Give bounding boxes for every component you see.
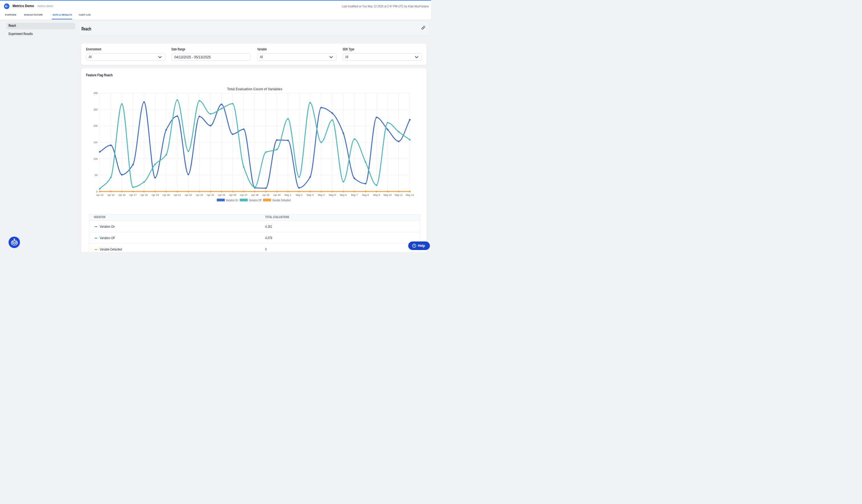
svg-text:Apr 28: Apr 28	[251, 194, 258, 197]
svg-text:May 5: May 5	[329, 194, 336, 197]
svg-text:May 8: May 8	[362, 194, 369, 197]
svg-text:200: 200	[93, 124, 98, 127]
svg-text:250: 250	[93, 108, 98, 111]
svg-text:May 12: May 12	[406, 194, 414, 197]
svg-text:Total Evaluation Count of Vari: Total Evaluation Count of Variables	[227, 87, 282, 91]
svg-text:100: 100	[93, 158, 98, 160]
svg-text:Apr 23: Apr 23	[196, 194, 203, 197]
svg-text:150: 150	[93, 141, 98, 144]
svg-text:Apr 24: Apr 24	[207, 194, 214, 197]
svg-text:Variable Defaulted: Variable Defaulted	[272, 198, 291, 202]
svg-text:Apr 20: Apr 20	[162, 194, 170, 197]
svg-text:Apr 17: Apr 17	[129, 194, 137, 197]
svg-text:Variation Off: Variation Off	[249, 198, 261, 202]
svg-text:Apr 27: Apr 27	[240, 194, 248, 197]
svg-text:Apr 14: Apr 14	[96, 194, 103, 197]
svg-text:May 2: May 2	[296, 194, 302, 197]
svg-text:0: 0	[96, 190, 98, 193]
svg-text:?: ?	[413, 244, 415, 247]
svg-text:Apr 25: Apr 25	[218, 194, 225, 197]
svg-text:300: 300	[93, 92, 98, 94]
svg-text:May 1: May 1	[285, 194, 291, 197]
svg-text:Apr 15: Apr 15	[107, 194, 115, 197]
svg-text:Apr 30: Apr 30	[273, 194, 280, 197]
svg-text:Variation On: Variation On	[226, 198, 238, 202]
svg-text:Apr 22: Apr 22	[185, 194, 192, 197]
svg-text:Apr 18: Apr 18	[141, 194, 148, 197]
svg-text:May 7: May 7	[351, 194, 358, 197]
svg-text:Apr 29: Apr 29	[262, 194, 270, 197]
svg-text:May 3: May 3	[307, 194, 314, 197]
svg-text:50: 50	[95, 174, 98, 176]
svg-text:May 10: May 10	[383, 194, 392, 197]
svg-text:Apr 21: Apr 21	[173, 194, 181, 197]
svg-text:Apr 19: Apr 19	[152, 194, 159, 197]
svg-text:Apr 26: Apr 26	[229, 194, 236, 197]
svg-text:May 6: May 6	[340, 194, 347, 197]
svg-text:May 9: May 9	[373, 194, 380, 197]
svg-text:May 11: May 11	[395, 194, 403, 197]
svg-text:May 4: May 4	[318, 194, 325, 197]
svg-text:Apr 16: Apr 16	[118, 194, 126, 197]
